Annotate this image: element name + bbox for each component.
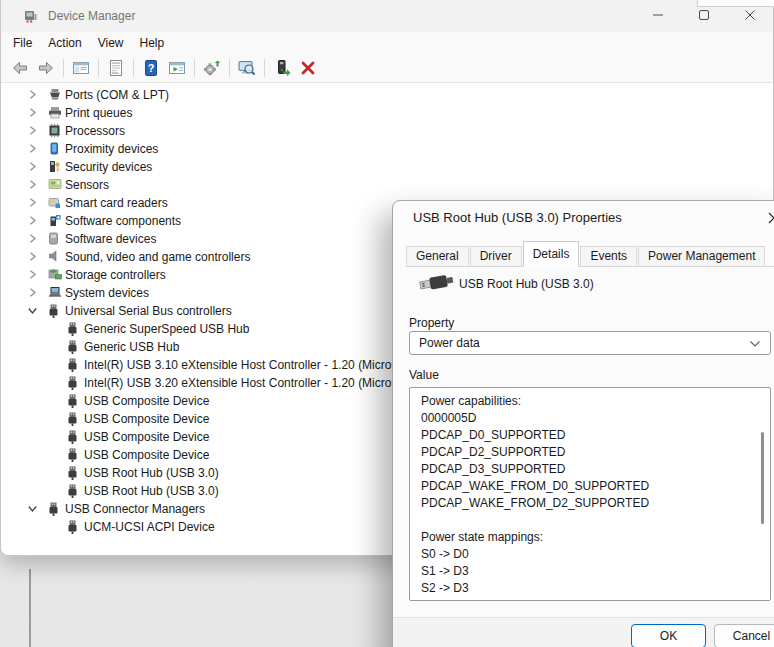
value-line[interactable]: PDCAP_D3_SUPPORTED [421,461,770,478]
cancel-button[interactable]: Cancel [714,624,774,647]
chevron-right-icon[interactable] [27,251,38,262]
tab-power-management[interactable]: Power Management [638,246,765,266]
show-console-tree-button[interactable] [68,56,94,80]
dialog-close-icon [767,211,774,228]
tree-item[interactable]: Ports (COM & LPT) [2,86,772,104]
tree-item[interactable]: Processors [2,122,772,140]
back-button[interactable] [7,56,33,80]
chevron-right-icon[interactable] [27,287,38,298]
value-line[interactable]: S1 -> D3 [421,563,770,580]
action-window-icon [169,60,186,76]
value-line[interactable]: 0000005D [421,410,770,427]
tree-item-label: Software devices [65,232,156,246]
smartcard-icon [48,196,61,209]
chevron-down-icon [749,340,761,348]
tree-item[interactable]: Proximity devices [2,140,772,158]
menu-action[interactable]: Action [40,33,89,53]
dialog-footer: OK Cancel [393,617,774,647]
usb-icon [67,448,78,462]
tab-events[interactable]: Events [580,246,637,266]
value-line[interactable]: PDCAP_D0_SUPPORTED [421,427,770,444]
help-button[interactable]: ? [138,56,164,80]
chevron-right-icon[interactable] [27,215,38,226]
update-driver-button[interactable] [199,56,225,80]
value-line[interactable]: PDCAP_WAKE_FROM_D2_SUPPORTED [421,495,770,512]
tab-details[interactable]: Details [523,241,580,267]
property-combobox-value: Power data [419,336,480,350]
usb-device-icon [419,271,455,293]
tree-item-label: Universal Serial Bus controllers [65,304,232,318]
chevron-right-icon[interactable] [27,233,38,244]
scan-hardware-changes-icon [238,60,256,76]
usb-icon [67,466,78,480]
value-line[interactable] [421,512,770,529]
help-icon: ? [143,60,159,76]
scan-hardware-changes-button[interactable] [234,56,260,80]
usb-icon [67,376,78,390]
value-line[interactable]: S2 -> D3 [421,580,770,597]
tree-item-label: Intel(R) USB 3.20 eXtensible Host Contro… [84,376,415,390]
chevron-down-icon[interactable] [27,305,38,316]
value-line[interactable]: S0 -> D0 [421,546,770,563]
close-icon [744,9,756,24]
software-device-icon [48,232,59,245]
value-line[interactable]: Power capabilities: [421,393,770,410]
action-window-button[interactable] [164,56,190,80]
chevron-right-icon[interactable] [27,179,38,190]
chevron-right-icon[interactable] [27,143,38,154]
add-drivers-icon [274,60,291,76]
tree-item-label: Processors [65,124,125,138]
value-line[interactable]: PDCAP_WAKE_FROM_D0_SUPPORTED [421,478,770,495]
menu-view[interactable]: View [90,33,132,53]
properties-button[interactable] [103,56,129,80]
tree-item-label: USB Root Hub (USB 3.0) [84,466,219,480]
toolbar: ? [1,54,773,83]
tree-item-label: Print queues [65,106,132,120]
tree-item-label: Generic USB Hub [84,340,179,354]
value-line[interactable]: S3 -> D3 [421,597,770,601]
tab-general[interactable]: General [406,246,469,266]
menu-file[interactable]: File [5,33,40,53]
value-line[interactable]: Power state mappings: [421,529,770,546]
show-console-tree-icon [73,60,90,76]
usb-icon [48,502,59,516]
usb-icon [67,322,78,336]
back-icon [12,60,28,76]
toolbar-separator [264,59,265,77]
chevron-down-icon[interactable] [27,503,38,514]
usb-icon [67,394,78,408]
tree-item-label: System devices [65,286,149,300]
add-drivers-button[interactable] [269,56,295,80]
chevron-right-icon[interactable] [27,89,38,100]
tree-item-label: UCM-UCSI ACPI Device [84,520,215,534]
usb-icon [67,412,78,426]
chevron-right-icon[interactable] [27,197,38,208]
property-combobox[interactable]: Power data [409,331,771,355]
ok-button[interactable]: OK [631,624,706,647]
tab-driver[interactable]: Driver [470,246,522,266]
chevron-right-icon[interactable] [27,161,38,172]
tree-item-label: Smart card readers [65,196,168,210]
tree-item[interactable]: Sensors [2,176,772,194]
menu-help[interactable]: Help [132,33,173,53]
properties-dialog: USB Root Hub (USB 3.0) Properties Genera… [392,200,774,647]
background-window-edge [29,569,31,647]
tree-item[interactable]: Print queues [2,104,772,122]
toolbar-separator [194,59,195,77]
dialog-close-button[interactable] [765,210,774,228]
forward-button[interactable] [33,56,59,80]
chevron-right-icon[interactable] [27,269,38,280]
chevron-right-icon[interactable] [27,107,38,118]
toolbar-separator [133,59,134,77]
chevron-right-icon[interactable] [27,125,38,136]
value-line[interactable]: PDCAP_D2_SUPPORTED [421,444,770,461]
value-label: Value [409,368,439,382]
background-window-sliver [697,0,774,7]
uninstall-device-button[interactable] [295,56,321,80]
tree-item[interactable]: Security devices [2,158,772,176]
value-list[interactable]: Power capabilities:0000005DPDCAP_D0_SUPP… [409,387,771,601]
property-label: Property [409,316,454,330]
value-list-scrollbar[interactable] [761,432,764,524]
minimize-button[interactable] [635,0,681,32]
forward-icon [38,60,54,76]
